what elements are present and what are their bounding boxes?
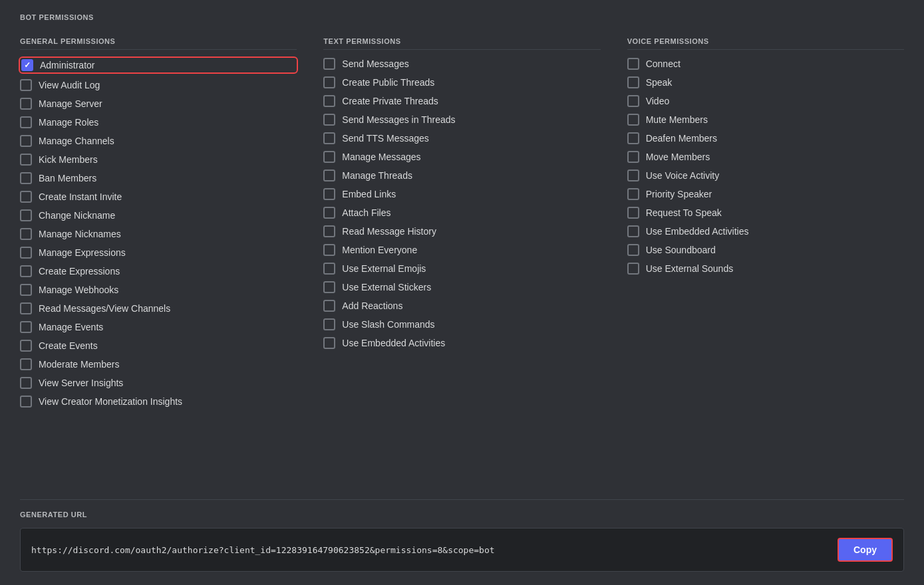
permission-checkbox[interactable] — [20, 209, 32, 221]
permission-checkbox[interactable] — [20, 377, 32, 389]
permission-checkbox[interactable] — [627, 132, 639, 144]
permission-item[interactable]: Send Messages in Threads — [323, 114, 600, 126]
permission-checkbox[interactable] — [20, 154, 32, 166]
permission-item[interactable]: Manage Roles — [20, 116, 297, 128]
permission-item[interactable]: Manage Nicknames — [20, 228, 297, 240]
permission-item[interactable]: Manage Server — [20, 98, 297, 110]
permission-item[interactable]: Create Expressions — [20, 265, 297, 277]
permission-item[interactable]: Add Reactions — [323, 300, 600, 312]
permission-item[interactable]: Priority Speaker — [627, 188, 904, 200]
permission-checkbox[interactable] — [627, 151, 639, 163]
permission-item[interactable]: Video — [627, 95, 904, 107]
permission-checkbox[interactable] — [20, 191, 32, 203]
permission-item[interactable]: Manage Webhooks — [20, 284, 297, 296]
permission-checkbox[interactable] — [20, 247, 32, 259]
permission-item[interactable]: Use Embedded Activities — [627, 225, 904, 237]
permission-checkbox[interactable] — [20, 116, 32, 128]
permission-item[interactable]: Mute Members — [627, 114, 904, 126]
permission-checkbox[interactable] — [323, 244, 335, 256]
permission-checkbox[interactable] — [627, 263, 639, 275]
permission-item[interactable]: Manage Events — [20, 321, 297, 333]
permission-checkbox[interactable] — [20, 79, 32, 91]
permission-item[interactable]: View Server Insights — [20, 377, 297, 389]
permission-checkbox[interactable] — [323, 281, 335, 293]
permission-checkbox[interactable] — [20, 228, 32, 240]
permission-checkbox[interactable] — [323, 58, 335, 70]
permission-item[interactable]: Use Embedded Activities — [323, 337, 600, 349]
permission-label: Speak — [646, 77, 673, 88]
permission-checkbox[interactable] — [20, 265, 32, 277]
permission-label: Use Embedded Activities — [342, 338, 445, 348]
permission-item[interactable]: Use Slash Commands — [323, 318, 600, 330]
permission-checkbox[interactable] — [323, 225, 335, 237]
permission-checkbox[interactable] — [21, 59, 33, 71]
permission-item[interactable]: Use Voice Activity — [627, 170, 904, 181]
permission-checkbox[interactable] — [20, 135, 32, 147]
permission-item[interactable]: Create Private Threads — [323, 95, 600, 107]
permission-item[interactable]: Read Messages/View Channels — [20, 302, 297, 314]
permission-checkbox[interactable] — [627, 95, 639, 107]
permission-item[interactable]: Send Messages — [323, 58, 600, 70]
permission-checkbox[interactable] — [627, 170, 639, 181]
permission-checkbox[interactable] — [323, 114, 335, 126]
copy-button[interactable]: Copy — [838, 538, 893, 562]
permission-item[interactable]: Moderate Members — [20, 358, 297, 370]
permission-item[interactable]: Create Public Threads — [323, 76, 600, 88]
permission-checkbox[interactable] — [323, 263, 335, 275]
permission-item[interactable]: Connect — [627, 58, 904, 70]
permission-checkbox[interactable] — [627, 244, 639, 256]
permission-item[interactable]: Use External Sounds — [627, 263, 904, 275]
permission-checkbox[interactable] — [627, 207, 639, 219]
permission-checkbox[interactable] — [323, 95, 335, 107]
permission-checkbox[interactable] — [20, 284, 32, 296]
permission-item[interactable]: Use External Emojis — [323, 263, 600, 275]
permission-checkbox[interactable] — [323, 132, 335, 144]
permission-checkbox[interactable] — [20, 396, 32, 408]
permission-checkbox[interactable] — [323, 170, 335, 181]
permission-item[interactable]: Manage Messages — [323, 151, 600, 163]
permission-checkbox[interactable] — [20, 98, 32, 110]
permission-checkbox[interactable] — [323, 151, 335, 163]
permission-item[interactable]: Speak — [627, 76, 904, 88]
permission-checkbox[interactable] — [20, 302, 32, 314]
permission-checkbox[interactable] — [627, 188, 639, 200]
permission-item[interactable]: Move Members — [627, 151, 904, 163]
permission-checkbox[interactable] — [627, 114, 639, 126]
permission-checkbox[interactable] — [627, 76, 639, 88]
permission-label: View Audit Log — [39, 80, 100, 90]
permission-item[interactable]: Manage Threads — [323, 170, 600, 181]
permission-label: Ban Members — [39, 173, 96, 183]
permission-item[interactable]: View Creator Monetization Insights — [20, 396, 297, 408]
permission-item[interactable]: Use Soundboard — [627, 244, 904, 256]
permission-item[interactable]: Manage Expressions — [20, 247, 297, 259]
permission-checkbox[interactable] — [627, 225, 639, 237]
permission-item[interactable]: Manage Channels — [20, 135, 297, 147]
permission-checkbox[interactable] — [20, 340, 32, 352]
permission-item[interactable]: Embed Links — [323, 188, 600, 200]
permission-item[interactable]: Kick Members — [20, 154, 297, 166]
permission-checkbox[interactable] — [323, 76, 335, 88]
permission-checkbox[interactable] — [20, 321, 32, 333]
permission-item[interactable]: Administrator — [20, 58, 297, 72]
url-section: GENERATED URL https://discord.com/oauth2… — [20, 499, 904, 572]
permission-item[interactable]: Deafen Members — [627, 132, 904, 144]
permission-item[interactable]: Mention Everyone — [323, 244, 600, 256]
permission-item[interactable]: Read Message History — [323, 225, 600, 237]
permission-item[interactable]: Change Nickname — [20, 209, 297, 221]
permission-item[interactable]: Request To Speak — [627, 207, 904, 219]
permission-item[interactable]: Create Events — [20, 340, 297, 352]
permission-checkbox[interactable] — [323, 207, 335, 219]
permission-item[interactable]: Create Instant Invite — [20, 191, 297, 203]
permission-item[interactable]: Attach Files — [323, 207, 600, 219]
permission-checkbox[interactable] — [627, 58, 639, 70]
permission-checkbox[interactable] — [323, 337, 335, 349]
permission-item[interactable]: Send TTS Messages — [323, 132, 600, 144]
permission-checkbox[interactable] — [323, 318, 335, 330]
permission-item[interactable]: View Audit Log — [20, 79, 297, 91]
permission-item[interactable]: Use External Stickers — [323, 281, 600, 293]
permission-checkbox[interactable] — [323, 188, 335, 200]
permission-checkbox[interactable] — [323, 300, 335, 312]
permission-checkbox[interactable] — [20, 358, 32, 370]
permission-checkbox[interactable] — [20, 172, 32, 184]
permission-item[interactable]: Ban Members — [20, 172, 297, 184]
